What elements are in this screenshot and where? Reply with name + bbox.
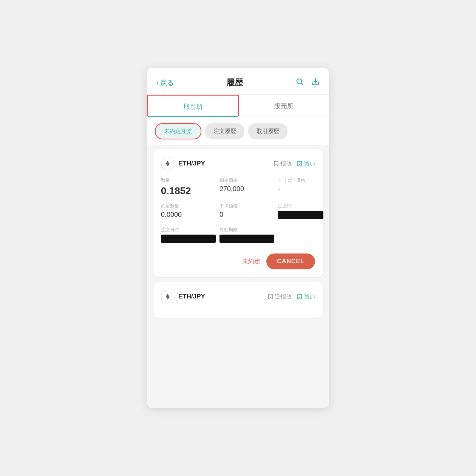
order-type-badge: 指値 — [274, 160, 292, 167]
back-label: 戻る — [160, 78, 174, 87]
download-icon[interactable] — [311, 77, 320, 88]
avg-price-value: 0 — [219, 211, 274, 219]
subtab-trade-history[interactable]: 取引履歴 — [248, 123, 287, 139]
field-order-date: 注文日時 — [161, 227, 216, 244]
expiry-value — [219, 235, 274, 243]
main-tabs: 取引所 販売所 — [147, 95, 329, 116]
order-badges: 指値 買い — [274, 160, 315, 167]
order-status: 未約定 — [242, 258, 260, 266]
field-avg-price: 平均価格 0 — [219, 203, 274, 221]
field-executed-qty: 約定数量 0.0000 — [161, 203, 216, 221]
coin-pair-2: ETH/JPY — [161, 290, 205, 303]
content-area: ETH/JPY 指値 買い — [147, 145, 329, 408]
subtab-open-orders[interactable]: 未約定注文 — [155, 123, 201, 139]
trigger-price-label: トリガー価格 — [278, 177, 323, 184]
order-side-badge-2: 買い — [297, 293, 315, 300]
header: ‹ 戻る 履歴 — [147, 68, 329, 95]
order-card-2: ETH/JPY 逆指値 買い — [153, 282, 323, 318]
order-card-1: ETH/JPY 指値 買い — [153, 149, 323, 277]
order-id-value — [278, 211, 323, 219]
header-actions — [295, 77, 320, 88]
order-date-value — [161, 235, 216, 243]
pair-label: ETH/JPY — [178, 160, 205, 167]
order-fields: 数量 0.1852 指値価格 270,000 トリガー価格 - 約定数量 0.0… — [161, 177, 315, 244]
chevron-left-icon: ‹ — [156, 79, 159, 87]
limit-price-label: 指値価格 — [219, 177, 274, 184]
field-expiry: 有効期限 — [219, 227, 274, 244]
phone-frame: ‹ 戻る 履歴 取引所 販売所 未約定注文 — [147, 68, 329, 408]
card-header-2: ETH/JPY 逆指値 買い — [161, 290, 315, 303]
cancel-button[interactable]: CANCEL — [266, 253, 315, 269]
order-side-badge: 買い — [297, 160, 315, 167]
limit-price-value: 270,000 — [219, 185, 274, 193]
tab-dealer[interactable]: 販売所 — [239, 95, 329, 116]
field-limit-price: 指値価格 270,000 — [219, 177, 274, 197]
back-button[interactable]: ‹ 戻る — [156, 78, 174, 87]
expiry-label: 有効期限 — [219, 227, 274, 233]
coin-pair: ETH/JPY — [161, 157, 205, 170]
quantity-value: 0.1852 — [161, 185, 216, 197]
field-trigger-price: トリガー価格 - — [278, 177, 323, 197]
tab-exchange[interactable]: 取引所 — [147, 95, 239, 116]
page-title: 履歴 — [226, 77, 243, 88]
pair-label-2: ETH/JPY — [178, 293, 205, 300]
avg-price-label: 平均価格 — [219, 203, 274, 209]
eth-icon-2 — [161, 290, 175, 303]
eth-icon — [161, 157, 175, 170]
card-footer: 未約定 CANCEL — [161, 250, 315, 269]
executed-qty-label: 約定数量 — [161, 203, 216, 209]
svg-line-1 — [301, 83, 303, 85]
executed-qty-value: 0.0000 — [161, 211, 216, 219]
trigger-price-value: - — [278, 185, 323, 193]
search-icon[interactable] — [295, 77, 304, 88]
quantity-label: 数量 — [161, 177, 216, 184]
order-badges-2: 逆指値 買い — [268, 293, 315, 300]
sub-tabs: 未約定注文 注文履歴 取引履歴 — [147, 116, 329, 145]
subtab-order-history[interactable]: 注文履歴 — [205, 123, 244, 139]
field-order-id: 注文ID — [278, 203, 323, 221]
field-quantity: 数量 0.1852 — [161, 177, 216, 197]
order-date-label: 注文日時 — [161, 227, 216, 233]
card-header-1: ETH/JPY 指値 買い — [161, 157, 315, 170]
order-type-badge-2: 逆指値 — [268, 293, 292, 300]
order-id-label: 注文ID — [278, 203, 323, 209]
